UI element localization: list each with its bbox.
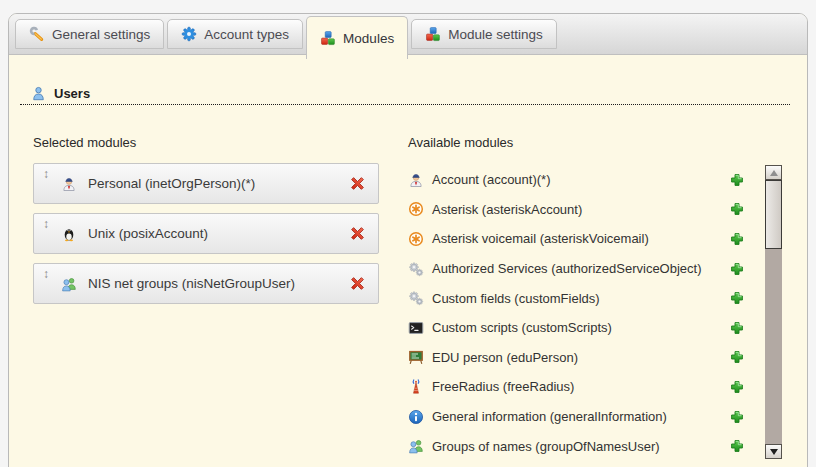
add-module-button[interactable] bbox=[729, 172, 745, 188]
delete-x-icon bbox=[349, 225, 366, 242]
tab-modules[interactable]: Modules bbox=[306, 16, 408, 59]
plus-icon bbox=[729, 261, 745, 277]
available-module-row: Custom scripts (customScripts) bbox=[408, 313, 745, 343]
module-label: Custom scripts (customScripts) bbox=[432, 320, 612, 335]
selected-module-row[interactable]: ↕ Personal (inetOrgPerson)(*) bbox=[33, 163, 379, 204]
available-module-row: Asterisk (asteriskAccount) bbox=[408, 195, 745, 225]
tab-bar: General settings Account types Modules M… bbox=[9, 14, 807, 55]
tux-icon bbox=[61, 226, 77, 242]
configuration-panel: General settings Account types Modules M… bbox=[8, 13, 808, 467]
tab-account-types[interactable]: Account types bbox=[167, 19, 303, 49]
remove-module-button[interactable] bbox=[349, 175, 366, 192]
available-module-row: Account (account)(*) bbox=[408, 165, 745, 195]
scrollbar-thumb[interactable] bbox=[765, 180, 782, 249]
arrow-up-icon bbox=[770, 170, 778, 176]
delete-x-icon bbox=[349, 275, 366, 292]
add-module-button[interactable] bbox=[729, 231, 745, 247]
asterisk-icon bbox=[408, 231, 424, 247]
available-modules-list: Account (account)(*) Asterisk (asteriskA… bbox=[408, 165, 745, 461]
available-module-row: Groups of names (groupOfNamesUser) bbox=[408, 431, 745, 461]
add-module-button[interactable] bbox=[729, 409, 745, 425]
remove-module-button[interactable] bbox=[349, 225, 366, 242]
available-module-row: EDU person (eduPerson) bbox=[408, 343, 745, 373]
scrollbar-track[interactable] bbox=[765, 165, 782, 459]
module-label: EDU person (eduPerson) bbox=[432, 350, 578, 365]
module-label: Personal (inetOrgPerson)(*) bbox=[88, 176, 255, 191]
gears-icon bbox=[408, 290, 424, 306]
radio-icon bbox=[408, 379, 424, 395]
add-module-button[interactable] bbox=[729, 261, 745, 277]
module-label: FreeRadius (freeRadius) bbox=[432, 379, 574, 394]
drag-handle-icon[interactable]: ↕ bbox=[43, 268, 55, 280]
modules-icon bbox=[425, 26, 441, 42]
module-label: Authorized Services (authorizedServiceOb… bbox=[432, 261, 702, 276]
tab-label: Account types bbox=[204, 27, 289, 42]
section-title: Users bbox=[54, 86, 90, 101]
chalkboard-icon bbox=[408, 349, 424, 365]
person-icon bbox=[408, 172, 424, 188]
available-modules-heading: Available modules bbox=[408, 135, 513, 150]
plus-icon bbox=[729, 349, 745, 365]
tab-label: General settings bbox=[52, 27, 150, 42]
module-label: NIS net groups (nisNetGroupUser) bbox=[88, 276, 295, 291]
tab-general-settings[interactable]: General settings bbox=[15, 19, 164, 49]
available-module-row: Asterisk voicemail (asteriskVoicemail) bbox=[408, 224, 745, 254]
group-icon bbox=[408, 438, 424, 454]
module-label: Unix (posixAccount) bbox=[88, 226, 208, 241]
tab-module-settings[interactable]: Module settings bbox=[411, 19, 557, 49]
module-label: Account (account)(*) bbox=[432, 172, 551, 187]
available-module-row: Authorized Services (authorizedServiceOb… bbox=[408, 254, 745, 284]
drag-handle-icon[interactable]: ↕ bbox=[43, 168, 55, 180]
scrollbar-down-button[interactable] bbox=[765, 444, 782, 459]
add-module-button[interactable] bbox=[729, 349, 745, 365]
available-module-row: Custom fields (customFields) bbox=[408, 283, 745, 313]
modules-icon bbox=[320, 30, 336, 46]
gears-icon bbox=[408, 261, 424, 277]
selected-modules-list: ↕ Personal (inetOrgPerson)(*) ↕ Unix (po… bbox=[33, 163, 379, 313]
add-module-button[interactable] bbox=[729, 201, 745, 217]
tab-label: Modules bbox=[343, 31, 394, 46]
module-label: Custom fields (customFields) bbox=[432, 291, 600, 306]
plus-icon bbox=[729, 438, 745, 454]
available-module-row: General information (generalInformation) bbox=[408, 402, 745, 432]
selected-modules-heading: Selected modules bbox=[33, 135, 136, 150]
plus-icon bbox=[729, 320, 745, 336]
remove-module-button[interactable] bbox=[349, 275, 366, 292]
gear-icon bbox=[181, 26, 197, 42]
module-label: Asterisk voicemail (asteriskVoicemail) bbox=[432, 231, 649, 246]
module-label: Groups of names (groupOfNamesUser) bbox=[432, 439, 660, 454]
module-label: Asterisk (asteriskAccount) bbox=[432, 202, 582, 217]
add-module-button[interactable] bbox=[729, 290, 745, 306]
plus-icon bbox=[729, 409, 745, 425]
available-module-row: FreeRadius (freeRadius) bbox=[408, 372, 745, 402]
info-icon bbox=[408, 409, 424, 425]
plus-icon bbox=[729, 231, 745, 247]
plus-icon bbox=[729, 379, 745, 395]
asterisk-icon bbox=[408, 201, 424, 217]
group-icon bbox=[61, 276, 77, 292]
user-icon bbox=[31, 86, 46, 101]
plus-icon bbox=[729, 290, 745, 306]
person-icon bbox=[61, 176, 77, 192]
users-section-header: Users bbox=[20, 82, 790, 105]
tab-label: Module settings bbox=[448, 27, 543, 42]
selected-module-row[interactable]: ↕ Unix (posixAccount) bbox=[33, 213, 379, 254]
terminal-icon bbox=[408, 320, 424, 336]
add-module-button[interactable] bbox=[729, 438, 745, 454]
wrench-icon bbox=[29, 26, 45, 42]
selected-module-row[interactable]: ↕ NIS net groups (nisNetGroupUser) bbox=[33, 263, 379, 304]
plus-icon bbox=[729, 201, 745, 217]
scrollbar-up-button[interactable] bbox=[765, 165, 782, 180]
arrow-down-icon bbox=[770, 449, 778, 455]
drag-handle-icon[interactable]: ↕ bbox=[43, 218, 55, 230]
module-label: General information (generalInformation) bbox=[432, 409, 667, 424]
delete-x-icon bbox=[349, 175, 366, 192]
plus-icon bbox=[729, 172, 745, 188]
add-module-button[interactable] bbox=[729, 320, 745, 336]
add-module-button[interactable] bbox=[729, 379, 745, 395]
